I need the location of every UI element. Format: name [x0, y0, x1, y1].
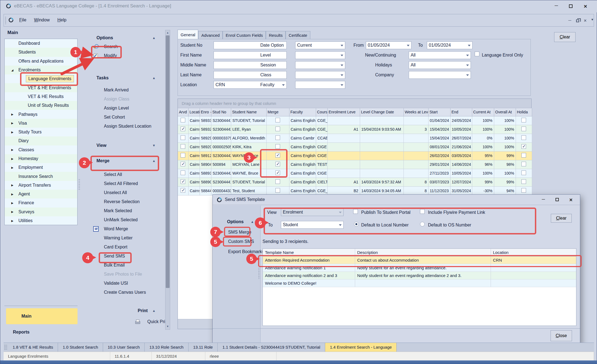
sidebar-item-vet-he-results[interactable]: VET & HE Results [5, 92, 77, 101]
dialog-options-header[interactable]: Options [227, 219, 244, 224]
create-canvas-users-button[interactable]: Create Canvas Users [104, 290, 146, 295]
arrived-checkbox[interactable] [181, 162, 185, 166]
holiday-checkbox[interactable] [521, 188, 526, 193]
expand-tree-icon[interactable]: ▶ [11, 184, 13, 187]
grid-column-header-enro[interactable]: Enro▼ [200, 108, 211, 116]
window-tab-13-10-role-search[interactable]: 13.10 Role Search [145, 343, 188, 352]
holiday-checkbox[interactable] [521, 179, 526, 184]
sidebar-item-visa[interactable]: ▶Visa [5, 119, 77, 128]
template-column-header-template-name[interactable]: Template Name [263, 249, 355, 256]
grid-column-header-enrolment-leve[interactable]: Enrolment Leve [327, 108, 360, 116]
dialog-maximize-button[interactable] [554, 197, 561, 202]
template-column-header-location[interactable]: Location [491, 249, 576, 256]
arrived-checkbox[interactable] [181, 144, 185, 149]
sidebar-item-utilities[interactable]: ▶Utilities [5, 216, 77, 225]
window-tab-10-3-user-search[interactable]: 10.3 User Search [103, 343, 145, 352]
tab-results[interactable]: Results [266, 31, 286, 39]
minimize-button[interactable]: ─ [552, 3, 560, 10]
send-sms-button[interactable]: Send SMS [104, 254, 125, 259]
mdi-minimize-icon[interactable]: ─ [566, 18, 573, 23]
template-row[interactable]: Welcome to DEMO College! [263, 279, 576, 287]
reverse-selection-button[interactable]: Reverse Selection [104, 199, 140, 204]
to-recipient-dropdown[interactable]: Student [281, 221, 344, 229]
set-cohort-button[interactable]: Set Cohort [104, 115, 125, 120]
merge-checkbox[interactable] [275, 179, 280, 184]
expand-tree-icon[interactable]: ▶ [11, 210, 13, 213]
tab-advanced[interactable]: Advanced [198, 31, 223, 39]
collapse-icon[interactable]: ▲ [152, 76, 156, 80]
expand-tree-icon[interactable]: ▶ [11, 201, 13, 205]
grid-column-header-course[interactable]: Course [316, 108, 327, 116]
warning-letter-button[interactable]: Warning Letter [104, 236, 132, 240]
date-option-dropdown[interactable]: Current [295, 41, 345, 49]
grid-column-header-overall-at[interactable]: Overall At [494, 108, 516, 116]
table-row[interactable]: Cairns589200000025053KIRK, KitraCairns E… [178, 142, 532, 151]
window-tab-13-11-role[interactable]: 13.11 Role [189, 343, 218, 352]
arrived-checkbox[interactable] [181, 135, 185, 140]
sidebar-item-offers-and-applications[interactable]: Offers and Applications [5, 57, 77, 66]
dialog-minimize-button[interactable]: ─ [540, 197, 547, 202]
section-header-merge[interactable]: Merge [96, 158, 109, 163]
dialog-close-button[interactable]: Close [551, 330, 572, 341]
collapse-icon[interactable]: ▲ [152, 309, 156, 313]
level-dropdown[interactable] [295, 51, 345, 59]
grid-column-header-level-change-date[interactable]: Level Change Date [360, 108, 403, 116]
sidebar-item-finance[interactable]: ▶Finance [5, 198, 77, 207]
expand-tree-icon[interactable]: ▶ [11, 122, 13, 125]
grid-column-header-locatio[interactable]: Locatio [188, 108, 200, 116]
last-name-input[interactable] [214, 71, 287, 79]
template-column-header-description[interactable]: Description [355, 249, 491, 256]
mark-selected-button[interactable]: Mark Selected [104, 208, 132, 213]
holiday-checkbox[interactable] [521, 153, 526, 158]
template-row[interactable]: Attention Required AccommodationContact … [263, 256, 576, 264]
search-clear-button[interactable]: Clear [554, 32, 576, 42]
expand-icon[interactable]: ▼ [152, 144, 156, 147]
dialog-close-icon[interactable]: × [567, 197, 574, 203]
expand-tree-icon[interactable]: ▶ [11, 113, 13, 116]
grid-column-header-start[interactable]: Start [428, 108, 450, 116]
merge-checkbox[interactable] [275, 188, 280, 193]
session-dropdown[interactable] [295, 61, 345, 69]
nav-main-button[interactable]: Main [6, 308, 78, 324]
expand-tree-icon[interactable]: ▶ [11, 166, 13, 169]
grid-column-header-faculty[interactable]: Faculty [289, 108, 316, 116]
window-tab-1-0-student-search[interactable]: 1.0 Student Search [58, 343, 103, 352]
tab-enrol-custom-fields[interactable]: Enrol Custom Fields [223, 31, 266, 39]
holiday-checkbox[interactable] [521, 118, 526, 122]
grid-group-hint[interactable]: Drag a column header here to group by th… [178, 99, 531, 108]
sidebar-item-agent[interactable]: ▶Agent [5, 190, 77, 198]
unselect-all-button[interactable]: Unselect All [104, 190, 127, 195]
sidebar-item-study-tours[interactable]: ▶Study Tours [5, 128, 77, 136]
window-tab-1-1-student-details-s230044419-student-tutorial[interactable]: 1.1 Student Details - S230044419 STUDENT… [218, 343, 325, 352]
collapse-icon[interactable]: ▲ [251, 220, 254, 224]
os-number-radio[interactable] [420, 222, 425, 226]
table-row[interactable]: Cairns589290000033798ALFORD, MeredithCai… [178, 134, 532, 142]
modify-button[interactable]: Modify [104, 53, 117, 58]
collapse-tree-icon[interactable]: ◢ [11, 69, 13, 72]
expand-tree-icon[interactable]: ▶ [11, 131, 13, 134]
table-row[interactable]: Cairns58904500894MCRYAN, LaneCairns Engl… [178, 160, 532, 169]
sidebar-item-diary[interactable]: Diary [5, 136, 77, 145]
unmark-selected-button[interactable]: UnMark Selected [104, 217, 138, 222]
sidebar-item-airport-transfers[interactable]: ▶Airport Transfers [5, 181, 77, 190]
section-header-print[interactable]: Print [138, 308, 148, 313]
sidebar-item-enrolments[interactable]: ◢Enrolments [5, 66, 77, 74]
section-header-view[interactable]: View [96, 143, 106, 148]
merge-checkbox[interactable] [275, 135, 280, 140]
holiday-checkbox[interactable] [521, 170, 526, 175]
template-row[interactable]: Attendance warning notification 1Notify … [263, 264, 576, 271]
arrived-checkbox[interactable] [181, 188, 185, 193]
grid-column-header-student-name[interactable]: Student Name [231, 108, 266, 116]
toolbar-grip[interactable] [5, 16, 6, 24]
section-header-tasks[interactable]: Tasks [96, 75, 109, 80]
sidebar-item-classes[interactable]: ▶Classes [5, 145, 77, 154]
export-bookmarks-button[interactable]: Export Bookmarks [228, 249, 264, 254]
sidebar-item-homestay[interactable]: ▶Homestay [5, 154, 77, 163]
search-button[interactable]: Search [104, 44, 118, 49]
grid-column-header-current-at[interactable]: Current At [472, 108, 494, 116]
merge-checkbox[interactable] [275, 127, 280, 131]
sidebar-item-vet-he-enrolments[interactable]: VET & HE Enrolments [5, 83, 77, 92]
faculty-dropdown[interactable] [295, 81, 345, 89]
local-number-radio[interactable] [354, 222, 359, 226]
sidebar-item-dashboard[interactable]: Dashboard [5, 39, 77, 48]
